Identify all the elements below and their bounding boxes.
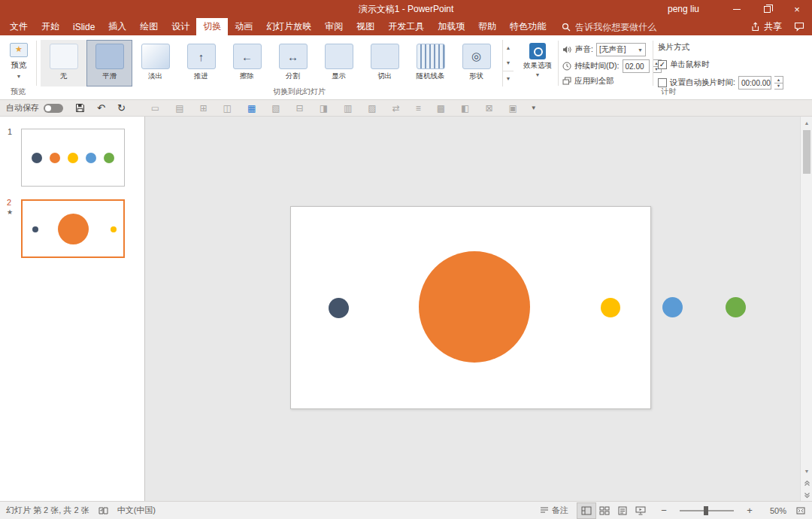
transition-split[interactable]: ↔ 分割	[270, 40, 316, 86]
redo-button[interactable]: ↻	[117, 102, 126, 114]
duration-input[interactable]: 02.00	[623, 59, 650, 73]
sound-dropdown[interactable]: [无声音] ▼	[596, 43, 646, 56]
qat-tool-5-icon[interactable]: ▦	[247, 103, 256, 114]
tell-me-search[interactable]	[562, 18, 688, 35]
slide-1-thumbnail[interactable]	[21, 129, 125, 187]
gallery-more-icon[interactable]: ▼	[503, 71, 514, 86]
tab-special-features[interactable]: 特色功能	[503, 18, 553, 35]
search-input[interactable]	[575, 22, 688, 32]
transition-shape[interactable]: ◎ 形状	[453, 40, 499, 86]
tab-addins[interactable]: 加载项	[431, 18, 471, 35]
share-button[interactable]: 共享	[750, 20, 782, 33]
vertical-scrollbar[interactable]: ▲ ▼	[800, 117, 812, 501]
scrollbar-thumb[interactable]	[803, 130, 810, 174]
zoom-percentage[interactable]: 50%	[764, 506, 786, 515]
tab-animations[interactable]: 动画	[228, 18, 259, 35]
thumb-circle-yellow	[111, 226, 117, 232]
tab-slideshow[interactable]: 幻灯片放映	[259, 18, 318, 35]
transition-none[interactable]: 无	[41, 40, 86, 86]
on-mouse-click-label: 单击鼠标时	[670, 59, 710, 70]
minimize-button[interactable]	[722, 0, 752, 18]
zoom-in-button[interactable]: +	[744, 505, 755, 516]
qat-tool-3-icon[interactable]: ⊞	[200, 103, 208, 114]
qat-overflow-icon[interactable]: ▼	[531, 105, 537, 111]
tab-islide[interactable]: iSlide	[66, 18, 102, 35]
notes-button[interactable]: 备注	[540, 505, 568, 516]
transition-morph[interactable]: 平滑	[86, 40, 132, 86]
restore-button[interactable]	[752, 0, 782, 18]
qat-tool-9-icon[interactable]: ▥	[344, 103, 352, 114]
preview-button[interactable]: ★ 预览 ▼	[4, 40, 34, 85]
qat-tool-6-icon[interactable]: ▧	[271, 103, 280, 114]
view-slide-sorter-button[interactable]	[595, 503, 614, 518]
tab-design[interactable]: 设计	[165, 18, 196, 35]
circle-dark[interactable]	[329, 298, 349, 318]
transition-morph-icon	[95, 44, 124, 69]
zoom-slider[interactable]	[680, 510, 734, 511]
save-button[interactable]	[75, 103, 85, 113]
slide-info[interactable]: 幻灯片 第 2 张, 共 2 张	[6, 505, 89, 516]
next-slide-button[interactable]	[801, 489, 812, 501]
spinner-up-icon[interactable]: ▲	[774, 77, 783, 83]
reading-view-icon	[617, 506, 628, 515]
transition-push[interactable]: ↑ 推进	[178, 40, 224, 86]
qat-tool-1-icon[interactable]: ▭	[151, 103, 159, 114]
qat-tool-2-icon[interactable]: ▤	[175, 103, 183, 114]
view-normal-button[interactable]	[577, 503, 595, 518]
apply-to-all-button[interactable]: 应用到全部	[562, 76, 614, 86]
transition-star-icon: ★	[7, 208, 13, 216]
circle-blue[interactable]	[662, 297, 683, 317]
qat-tool-11-icon[interactable]: ⇄	[392, 103, 400, 114]
tab-draw[interactable]: 绘图	[133, 18, 165, 35]
transition-fade[interactable]: 淡出	[132, 40, 178, 86]
previous-slide-button[interactable]	[801, 477, 812, 489]
on-mouse-click-checkbox[interactable]: ✓	[658, 60, 667, 69]
qat-tool-14-icon[interactable]: ◧	[461, 103, 469, 114]
qat-tool-15-icon[interactable]: ⊠	[485, 103, 492, 114]
tab-home[interactable]: 开始	[35, 18, 66, 35]
circle-orange[interactable]	[419, 251, 530, 363]
account-name[interactable]: peng liu	[668, 0, 699, 18]
group-label-timing: 计时	[558, 86, 780, 97]
scroll-down-icon[interactable]: ▼	[801, 465, 812, 477]
tab-insert[interactable]: 插入	[102, 18, 133, 35]
proofing-icon[interactable]	[98, 506, 108, 515]
close-button[interactable]: ×	[782, 0, 812, 18]
autosave-toggle[interactable]: 自动保存	[6, 102, 63, 114]
qat-tool-16-icon[interactable]: ▣	[509, 103, 517, 114]
gallery-scroll-up-icon[interactable]: ▲	[503, 40, 514, 55]
qat-tool-10-icon[interactable]: ▨	[368, 103, 376, 114]
qat-tool-4-icon[interactable]: ◫	[223, 103, 232, 114]
tab-transitions[interactable]: 切换	[196, 18, 228, 35]
tab-review[interactable]: 审阅	[318, 18, 350, 35]
tab-view[interactable]: 视图	[350, 18, 381, 35]
zoom-out-button[interactable]: −	[659, 505, 669, 516]
effect-options-button[interactable]: 效果选项 ▼	[520, 40, 555, 86]
transition-reveal[interactable]: 显示	[316, 40, 362, 86]
view-reading-button[interactable]	[614, 503, 632, 518]
slide-2-thumbnail[interactable]	[21, 199, 125, 258]
qat-tool-8-icon[interactable]: ◨	[320, 103, 328, 114]
transition-wipe[interactable]: ← 擦除	[224, 40, 270, 86]
tab-developer[interactable]: 开发工具	[381, 18, 431, 35]
comments-icon[interactable]	[794, 22, 804, 32]
tab-file[interactable]: 文件	[3, 18, 35, 35]
transition-random-bars[interactable]: 随机线条	[408, 40, 453, 86]
language-indicator[interactable]: 中文(中国)	[117, 505, 156, 516]
transition-cut[interactable]: 切出	[362, 40, 408, 86]
qat-tool-12-icon[interactable]: ≡	[416, 103, 421, 114]
undo-button[interactable]: ↶	[97, 102, 105, 114]
fit-to-window-icon[interactable]	[795, 506, 806, 515]
tab-help[interactable]: 帮助	[471, 18, 503, 35]
qat-tool-13-icon[interactable]: ▩	[437, 103, 445, 114]
zoom-slider-thumb[interactable]	[704, 506, 708, 515]
scroll-up-icon[interactable]: ▲	[801, 117, 812, 129]
qat-tool-7-icon[interactable]: ⊟	[296, 103, 304, 114]
view-slideshow-button[interactable]	[632, 503, 650, 518]
gallery-scroll-down-icon[interactable]: ▼	[503, 55, 514, 70]
chevron-down-icon: ▼	[17, 74, 22, 79]
status-bar: 幻灯片 第 2 张, 共 2 张 中文(中国) 备注	[0, 501, 812, 519]
circle-yellow[interactable]	[601, 298, 620, 317]
circle-green[interactable]	[726, 297, 746, 317]
editing-canvas[interactable]	[145, 117, 800, 501]
